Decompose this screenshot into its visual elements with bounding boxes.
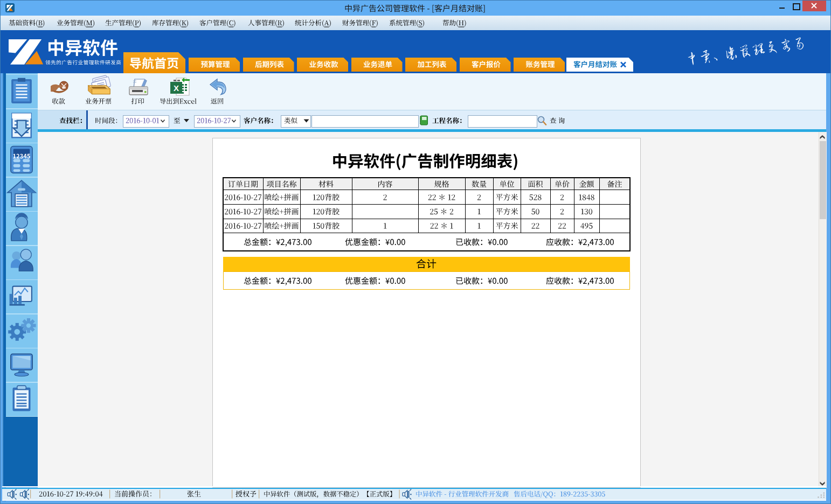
svg-text:X: X (174, 83, 179, 93)
